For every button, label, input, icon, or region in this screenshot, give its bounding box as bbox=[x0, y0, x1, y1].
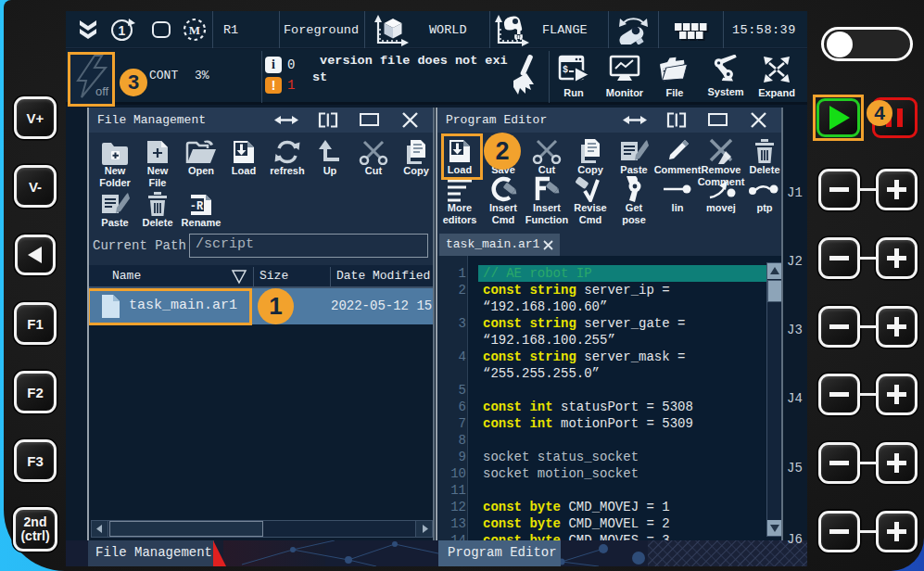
svg-text:-R: -R bbox=[190, 199, 204, 212]
svg-text:M: M bbox=[189, 23, 200, 37]
svg-text:off: off bbox=[95, 84, 109, 98]
svg-text:1: 1 bbox=[119, 23, 126, 38]
svg-text:$: $ bbox=[563, 65, 568, 75]
